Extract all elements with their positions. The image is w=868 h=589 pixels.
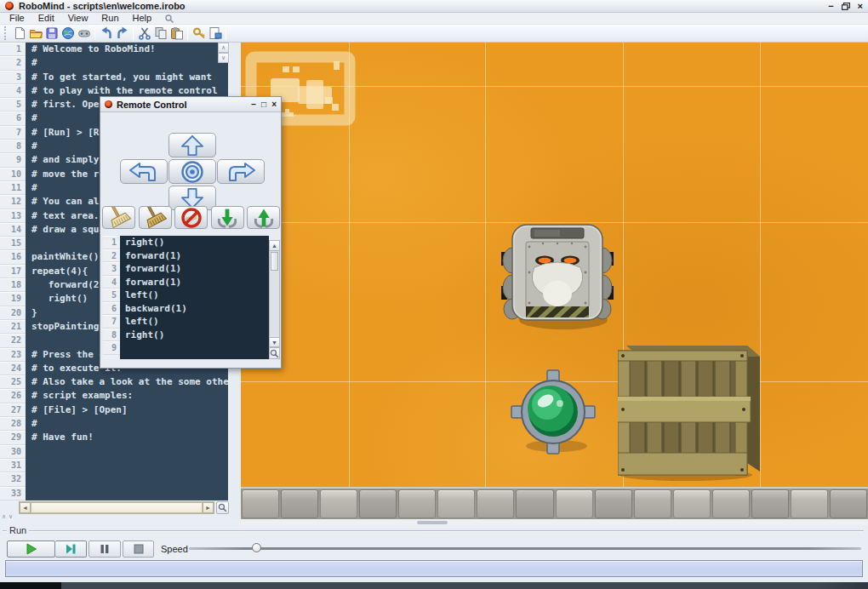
paste-icon[interactable] [168,26,185,42]
history-line-number: 4 [103,276,120,289]
code-line [26,472,228,486]
pause-button[interactable] [89,540,121,558]
menu-edit[interactable]: Edit [32,13,60,24]
grid-line [485,43,486,487]
toolbar-separator [94,26,95,40]
pick-up-button[interactable] [211,206,244,229]
history-scroll-up-icon[interactable]: ▲ [270,241,279,251]
code-line [26,459,228,472]
find-icon[interactable] [191,26,207,42]
scroll-down-icon[interactable]: ∨ [218,53,229,63]
dialog-title-bar[interactable]: Remote Control − □ × [100,97,281,112]
target-button[interactable] [168,159,216,184]
scroll-left-icon[interactable]: ◄ [20,502,31,513]
window-title: RoboMind - scripts\en\welcome.irobo [19,2,186,11]
wall-stone [595,489,632,518]
speed-slider[interactable] [189,547,861,550]
history-command: right() [120,329,269,342]
editor-vscroll-arrows[interactable]: ∧∨ [218,43,229,63]
dialog-close-icon[interactable]: × [271,100,277,109]
run-group-line [3,530,864,532]
close-icon[interactable]: × [858,2,863,10]
restore-icon[interactable] [842,3,850,10]
line-number: 20 [0,306,26,320]
wall-stone [359,489,397,518]
history-list[interactable]: right()forward(1)forward(1)forward(1)lef… [120,236,269,359]
editor-zoom-button[interactable] [216,501,229,514]
gutter-fold-arrows[interactable]: ∧∨ [2,513,15,520]
line-number: 33 [0,487,26,500]
undo-icon[interactable] [98,26,114,42]
map-canvas[interactable] [241,43,868,519]
open-map-icon[interactable] [60,26,76,42]
step-button[interactable] [55,540,87,558]
stop-painting-button[interactable] [174,206,208,229]
history-command [120,341,269,355]
speed-slider-thumb[interactable] [252,543,261,552]
scroll-right-icon[interactable]: ► [203,502,214,513]
history-line-number: 2 [103,249,120,263]
line-number: 12 [0,195,26,209]
turn-left-button[interactable] [120,159,168,184]
line-number: 5 [0,98,26,112]
app-icon [5,2,14,10]
action-buttons [100,204,283,232]
line-number: 10 [0,168,26,181]
put-down-button[interactable] [247,206,280,229]
line-number: 11 [0,181,26,195]
wall-stone [712,489,750,518]
command-history: 123456789 right()forward(1)forward(1)for… [103,240,280,359]
search-icon[interactable] [164,14,174,24]
arrow-up-button[interactable] [168,133,216,157]
menu-help[interactable]: Help [127,13,158,24]
line-number: 21 [0,320,26,334]
menu-file[interactable]: File [3,13,31,24]
remote-control-dialog[interactable]: Remote Control − □ × 123456789 right()fo… [100,96,282,369]
history-scrollbar[interactable]: ▲ ▼ [269,240,280,359]
insert-template-icon[interactable] [207,26,223,42]
minimize-icon[interactable]: − [828,2,833,10]
scroll-up-icon[interactable]: ∧ [218,43,229,53]
history-zoom-button[interactable] [270,347,279,358]
menu-view[interactable]: View [62,13,94,24]
line-number: 8 [0,140,26,153]
line-number: 2 [0,56,26,70]
remote-control-icon[interactable] [76,26,92,42]
line-number: 18 [0,278,26,292]
history-scroll-thumb[interactable] [271,252,278,271]
line-number: 3 [0,71,26,84]
history-command: forward(1) [120,262,269,276]
dialog-maximize-icon[interactable]: □ [261,100,266,109]
paint-white-button[interactable] [102,206,135,229]
wall-stone [437,489,475,518]
wall-stone [556,489,593,518]
dialog-minimize-icon[interactable]: − [251,100,256,109]
play-button[interactable] [7,540,55,558]
app-window: RoboMind - scripts\en\welcome.irobo − × … [0,0,868,589]
stop-button[interactable] [123,540,154,558]
editor-hscroll-thumb[interactable] [31,502,203,513]
line-number: 13 [0,209,26,223]
copy-icon[interactable] [152,26,168,42]
cut-icon[interactable] [136,26,152,42]
history-scroll-down-icon[interactable]: ▼ [270,337,279,347]
redo-icon[interactable] [114,26,130,42]
save-file-icon[interactable] [43,26,60,42]
history-line-number: 1 [103,236,120,249]
paint-black-button[interactable] [139,206,172,229]
turn-right-button[interactable] [217,159,265,184]
menu-run[interactable]: Run [95,13,124,24]
history-line-number: 8 [103,329,120,342]
code-line: # To get started, you might want [26,71,228,84]
open-file-icon[interactable] [27,26,43,42]
history-line-number: 7 [103,315,120,329]
line-number: 1 [0,43,26,56]
toolbar-grip[interactable] [4,26,9,40]
new-file-icon[interactable] [11,26,27,42]
wall-stone [398,489,436,518]
title-bar[interactable]: RoboMind - scripts\en\welcome.irobo − × [0,0,868,13]
toolbar-separator [187,26,188,40]
editor-hscrollbar[interactable]: ◄ ► [19,501,214,514]
map-hscroll-thumb[interactable] [417,521,448,524]
run-group-label: Run [7,525,29,535]
